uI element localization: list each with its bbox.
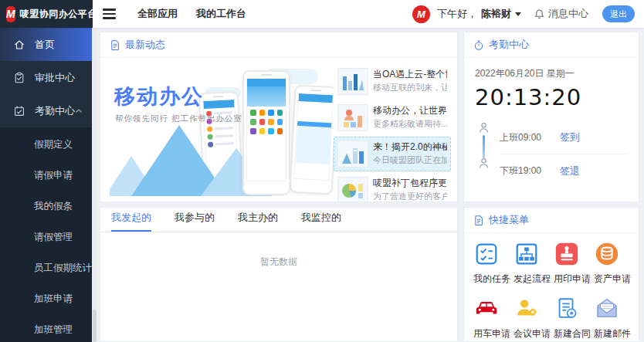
panel-title: 快捷菜单 [489,213,529,227]
attendance-date: 2022年06月20日 星期一 [475,67,628,80]
meeting-icon [514,296,540,322]
news-item-selected[interactable]: 来！揭开2.0的神秘面纱- 今日唛盟团队正在加班加点， [334,137,451,171]
approval-icon [13,72,25,84]
sidebar-item-approval[interactable]: 审批中心 [0,61,93,94]
asset-icon [594,241,620,267]
message-center-label: 消息中心 [548,7,588,21]
sidebar-item-label: 考勤中心 [35,104,75,118]
greeting-text: 下午好， [437,7,477,21]
quick-item-new-mail[interactable]: 新建邮件 [592,296,632,340]
checkout-time-label: 下班19:00 [500,164,560,178]
sidebar-item-attendance[interactable]: 考勤中心 [0,94,93,127]
latest-news-panel: 最新动态 [100,32,458,202]
top-header: M 唛盟协同办公平台 全部应用 我的工作台 M 下午好，陈裕财 消息中心 退出 [0,0,644,28]
brand-title: 唛盟协同办公平台 [20,8,97,21]
username: 陈裕财 [481,7,511,21]
sidebar-subitem-leave-management[interactable]: 请假管理 [0,222,93,252]
tasks-tabbar: 我发起的 我参与的 我主办的 我监控的 [100,208,457,232]
quick-item-seal-request[interactable]: 用印申请 [552,241,592,286]
tab-hosted-by-me[interactable]: 我主办的 [238,211,278,232]
phone-mockup-center [242,70,290,195]
checkout-link[interactable]: 签退 [560,164,580,178]
sidebar-subitem-employee-holiday-stats[interactable]: 员工假期统计 [0,252,93,283]
brand-logo-icon: M [6,6,15,22]
news-thumbnail [337,177,368,202]
stamp-icon [554,241,580,267]
attendance-clock: 20:13:20 [475,84,628,110]
news-item[interactable]: 移动办公，让世界触手可 更多精彩敬请期待....... [334,100,451,135]
tab-initiated-by-me[interactable]: 我发起的 [111,211,151,232]
quick-item-start-flow[interactable]: 发起流程 [512,241,552,286]
person-icon [478,157,490,170]
quick-menu-doc-icon [473,215,484,226]
sidebar-subitem-my-leave-notes[interactable]: 我的假条 [0,191,93,222]
panel-title: 考勤中心 [489,38,529,52]
sidebar: 首页 审批中心 考勤中心 假期定义 请假申请 我的假条 请假管理 员工假期统计 … [0,28,93,342]
sidebar-subitem-holiday-definition[interactable]: 假期定义 [0,129,93,160]
checkout-row: 下班19:00 签退 [500,154,628,188]
empty-state-text: 暂无数据 [100,256,457,269]
tab-participated-by-me[interactable]: 我参与的 [175,211,215,232]
contract-icon [554,296,580,322]
message-center-link[interactable]: 消息中心 [534,7,588,21]
quick-item-new-contract[interactable]: 新建合同 [552,296,592,340]
news-thumbnail [337,68,368,95]
chevron-up-icon [75,108,83,113]
checkin-link[interactable]: 签到 [560,130,580,144]
bell-icon [534,8,545,20]
news-item[interactable]: 唛盟补丁包程序更新 为了营造更好的客户体验，唛 [334,173,451,202]
sidebar-subitem-overtime-request[interactable]: 加班申请 [0,283,93,314]
timeline-connector [483,135,485,158]
banner-subtitle: 帮你领先同行 把工作带出办公室 [115,113,242,124]
stopwatch-icon [473,39,484,51]
promo-banner[interactable]: 移动办公 帮你领先同行 把工作带出办公室 [110,64,334,196]
attendance-panel: 考勤中心 2022年06月20日 星期一 20:13:20 上班09:00 签到… [463,32,639,202]
quick-item-vehicle-request[interactable]: 用车申请 [472,296,512,340]
person-icon [478,122,490,134]
sidebar-item-home[interactable]: 首页 [0,28,93,61]
news-thumbnail [337,141,368,168]
menu-toggle-icon[interactable] [100,3,119,25]
dropdown-caret-icon [515,12,521,16]
flow-icon [514,241,540,267]
app-logo[interactable]: M 唛盟协同办公平台 [0,0,93,28]
quick-item-meeting-request[interactable]: 会议申请 [512,296,552,340]
news-list: 当OA遇上云-整个协同OA 移动互联的到来，让OA与云 移动办公，让世界触手可 … [334,64,451,196]
logout-button[interactable]: 退出 [602,5,635,22]
tab-monitored-by-me[interactable]: 我监控的 [301,211,341,232]
nav-all-apps[interactable]: 全部应用 [137,7,178,21]
user-menu[interactable]: 下午好，陈裕财 [437,7,521,21]
phone-mockup-right [289,85,334,195]
sidebar-subitem-leave-request[interactable]: 请假申请 [0,160,93,191]
sidebar-item-label: 审批中心 [35,71,75,85]
quick-item-my-tasks[interactable]: 我的任务 [472,241,512,286]
scrollbar-thumb[interactable] [93,310,97,342]
sidebar-item-label: 首页 [35,38,55,52]
home-icon [13,39,25,51]
checkin-row: 上班09:00 签到 [500,121,628,154]
my-tasks-panel: 我发起的 我参与的 我主办的 我监控的 暂无数据 [100,207,458,342]
attendance-icon [13,105,25,117]
news-doc-icon [110,39,120,51]
user-avatar[interactable]: M [412,5,430,23]
attendance-submenu: 假期定义 请假申请 我的假条 请假管理 员工假期统计 加班申请 加班管理 [0,127,93,342]
banner-title: 移动办公 [114,83,204,110]
news-item[interactable]: 当OA遇上云-整个协同OA 移动互联的到来，让OA与云 [334,64,451,99]
sidebar-scrollbar[interactable] [92,28,97,342]
news-thumbnail [337,104,368,131]
sidebar-subitem-overtime-management[interactable]: 加班管理 [0,314,93,342]
car-icon [473,296,500,322]
nav-my-workbench[interactable]: 我的工作台 [196,7,246,21]
quick-menu-panel: 快捷菜单 我的任务 发起流程 用印申请 资产申请 [463,207,639,342]
mail-icon [594,296,620,322]
attendance-timeline: 上班09:00 签到 下班19:00 签退 [475,121,628,192]
checkin-time-label: 上班09:00 [500,131,560,144]
tasks-icon [473,241,500,267]
quick-item-asset-request[interactable]: 资产申请 [592,241,632,286]
quick-menu-grid: 我的任务 发起流程 用印申请 资产申请 用车申请 [464,233,639,340]
panel-title: 最新动态 [125,38,165,52]
